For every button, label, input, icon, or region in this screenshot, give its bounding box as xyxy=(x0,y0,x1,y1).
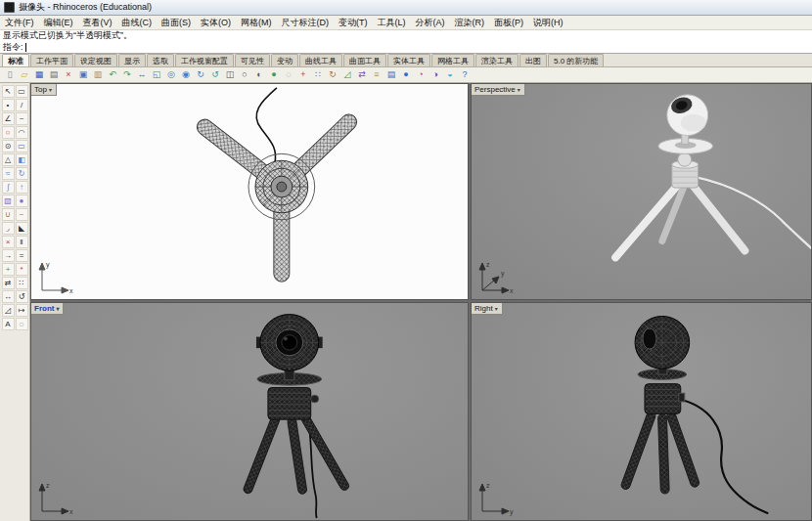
redo-icon[interactable]: ↷ xyxy=(120,68,134,81)
cable[interactable] xyxy=(678,399,768,513)
menu-item-6[interactable]: 实体(O) xyxy=(196,17,236,29)
fillet-icon[interactable]: ◞ xyxy=(2,222,15,235)
menu-item-14[interactable]: 说明(H) xyxy=(528,17,568,29)
ghosted-display-icon[interactable]: ◌ xyxy=(282,68,295,81)
render-icon[interactable]: ● xyxy=(399,68,413,81)
zoom-selected-icon[interactable]: ◉ xyxy=(179,68,193,81)
render-preview-icon[interactable]: ◔ xyxy=(414,68,428,81)
toolbar-tab-12[interactable]: 网格工具 xyxy=(431,54,474,66)
mirror-icon[interactable]: ⇄ xyxy=(355,68,369,81)
arc-icon[interactable]: ◠ xyxy=(16,126,28,139)
select-icon[interactable]: ↖ xyxy=(2,85,15,98)
viewport-tab-perspective[interactable]: Perspective ▾ xyxy=(472,84,525,96)
viewport-layout-icon[interactable]: ◫ xyxy=(223,68,237,81)
cable[interactable] xyxy=(256,88,277,163)
hide-icon[interactable]: ◌ xyxy=(16,318,28,330)
viewport-right[interactable]: Right ▾ z y xyxy=(471,302,812,521)
menu-item-3[interactable]: 查看(V) xyxy=(78,17,117,29)
sphere-icon[interactable]: ● xyxy=(16,195,28,207)
toolbar-tab-3[interactable]: 设定视图 xyxy=(74,54,117,66)
webcam-model-front[interactable] xyxy=(243,315,351,519)
ellipse-icon[interactable]: ⊙ xyxy=(2,140,15,152)
webcam-head[interactable] xyxy=(667,95,708,136)
circle-icon[interactable]: ○ xyxy=(2,126,15,139)
cut-icon[interactable]: × xyxy=(62,68,75,81)
layers-icon[interactable]: ≡ xyxy=(370,68,383,81)
tripod-leg[interactable] xyxy=(620,411,656,491)
command-prompt-row[interactable]: 指令: xyxy=(0,41,812,53)
line-icon[interactable]: / xyxy=(16,99,28,111)
save-icon[interactable]: ▦ xyxy=(32,68,46,81)
menu-item-5[interactable]: 曲面(S) xyxy=(157,17,196,29)
copy-icon[interactable]: ▣ xyxy=(76,68,90,81)
webcam-model-top[interactable] xyxy=(194,88,360,282)
curve-icon[interactable]: ~ xyxy=(16,112,28,125)
sweep-icon[interactable]: ∫ xyxy=(2,181,15,194)
webcam-body[interactable] xyxy=(645,384,685,414)
toolbar-tab-10[interactable]: 曲面工具 xyxy=(343,54,386,66)
command-input[interactable] xyxy=(26,41,809,53)
polygon-icon[interactable]: △ xyxy=(2,153,15,166)
loft-icon[interactable]: ≈ xyxy=(2,167,15,180)
menu-item-9[interactable]: 变动(T) xyxy=(334,17,373,29)
revolve-icon[interactable]: ↻ xyxy=(16,167,28,180)
extrude-icon[interactable]: ↑ xyxy=(16,181,28,194)
toolbar-tab-5[interactable]: 选取 xyxy=(147,54,174,66)
menu-item-1[interactable]: 文件(F) xyxy=(0,17,39,29)
tripod-leg[interactable] xyxy=(287,417,307,495)
rectangle-icon[interactable]: ▭ xyxy=(16,140,28,152)
polyline-icon[interactable]: ∠ xyxy=(2,112,15,125)
menu-item-8[interactable]: 尺寸标注(D) xyxy=(277,17,335,29)
menu-item-7[interactable]: 网格(M) xyxy=(236,17,277,29)
explode-icon[interactable]: * xyxy=(16,263,28,276)
print-icon[interactable]: ▤ xyxy=(47,68,61,81)
dimension-icon[interactable]: ↦ xyxy=(16,304,28,317)
menu-item-2[interactable]: 编辑(E) xyxy=(39,17,78,29)
menu-item-10[interactable]: 工具(L) xyxy=(373,17,411,29)
toolbar-tab-11[interactable]: 实体工具 xyxy=(387,54,430,66)
text-icon[interactable]: A xyxy=(2,318,15,330)
chamfer-icon[interactable]: ◣ xyxy=(16,222,28,235)
point-icon[interactable]: • xyxy=(2,99,15,111)
selection-filter-icon[interactable]: ▭ xyxy=(16,85,28,98)
copy-object-icon[interactable]: ∷ xyxy=(311,68,325,81)
tripod-leg[interactable] xyxy=(693,185,745,250)
paste-icon[interactable]: ▥ xyxy=(91,68,105,81)
properties-icon[interactable]: ▤ xyxy=(384,68,398,81)
toolbar-tab-14[interactable]: 出图 xyxy=(519,54,547,66)
toolbar-tab-4[interactable]: 显示 xyxy=(118,54,146,66)
menu-item-12[interactable]: 渲染(R) xyxy=(450,17,490,29)
move-tool-icon[interactable]: ↔ xyxy=(2,290,15,303)
rendered-display-icon[interactable]: ● xyxy=(267,68,281,81)
tripod-leg[interactable] xyxy=(666,411,700,488)
zoom-previous-icon[interactable]: ↺ xyxy=(208,68,222,81)
trim-icon[interactable]: × xyxy=(2,236,15,248)
surface-icon[interactable]: ◧ xyxy=(16,153,28,166)
toolbar-tab-2[interactable]: 工作平面 xyxy=(30,54,73,66)
extend-icon[interactable]: → xyxy=(2,249,15,262)
webcam-head[interactable] xyxy=(256,315,323,371)
rotate-tool-icon[interactable]: ↺ xyxy=(16,290,28,303)
toolbar-tab-13[interactable]: 渲染工具 xyxy=(475,54,519,66)
menu-item-11[interactable]: 分析(A) xyxy=(411,17,450,29)
open-file-icon[interactable]: ▱ xyxy=(18,68,31,81)
tripod-leg[interactable] xyxy=(274,202,290,282)
viewport-tab-right[interactable]: Right ▾ xyxy=(472,303,503,315)
scale-object-icon[interactable]: ◿ xyxy=(340,68,354,81)
box-icon[interactable]: ▧ xyxy=(2,195,15,207)
webcam-model-perspective[interactable] xyxy=(615,95,811,257)
zoom-extents-icon[interactable]: ◎ xyxy=(164,68,178,81)
undo-icon[interactable]: ↶ xyxy=(106,68,119,81)
split-icon[interactable]: ‖ xyxy=(16,236,28,248)
move-icon[interactable]: + xyxy=(296,68,310,81)
menu-item-4[interactable]: 曲线(C) xyxy=(117,17,158,29)
toolbar-tab-6[interactable]: 工作视窗配置 xyxy=(175,54,234,66)
webcam-model-right[interactable] xyxy=(620,316,768,513)
new-file-icon[interactable]: ▯ xyxy=(3,68,17,81)
viewport-tab-front[interactable]: Front ▾ xyxy=(31,303,64,315)
menu-item-13[interactable]: 面板(P) xyxy=(489,17,528,29)
environment-icon[interactable]: ◒ xyxy=(443,68,457,81)
join-icon[interactable]: + xyxy=(2,263,15,276)
help-icon[interactable]: ? xyxy=(458,68,472,81)
tripod-leg[interactable] xyxy=(300,413,350,492)
